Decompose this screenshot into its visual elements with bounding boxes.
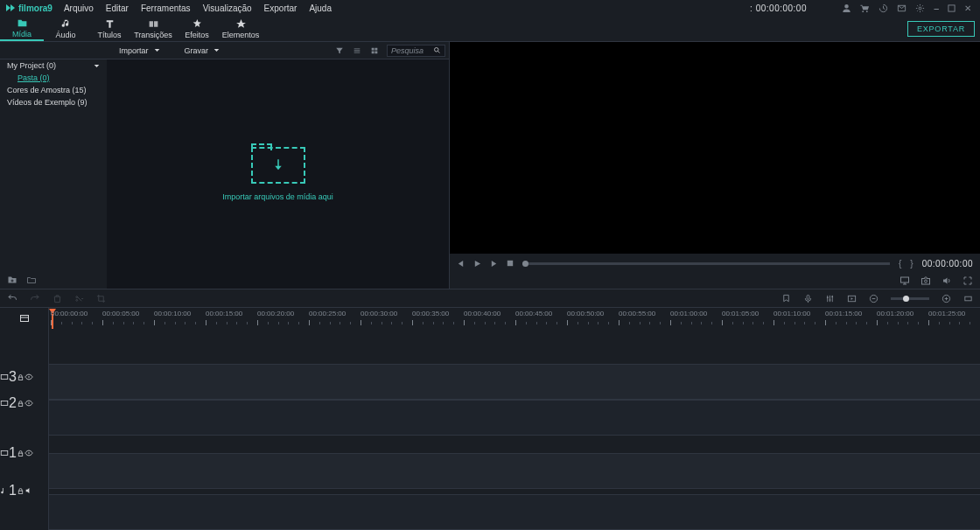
mark-out-icon[interactable]: } xyxy=(910,259,913,268)
ruler-tick: 00:00:25:00 xyxy=(309,310,346,317)
ruler-tick: 00:01:20:00 xyxy=(877,310,914,317)
prev-frame-button[interactable] xyxy=(457,260,465,268)
user-icon[interactable] xyxy=(842,3,851,13)
tree-item-pasta[interactable]: Pasta (0) xyxy=(0,72,107,84)
tree-item-cores[interactable]: Cores de Amostra (15) xyxy=(0,84,107,96)
lock-icon[interactable] xyxy=(17,487,24,495)
filter-icon[interactable] xyxy=(331,46,348,55)
maximize-button[interactable] xyxy=(948,4,956,12)
zoom-fit-button[interactable] xyxy=(963,294,973,303)
svg-point-6 xyxy=(925,280,928,282)
video-track-icon xyxy=(0,399,9,408)
tab-audio[interactable]: Áudio xyxy=(44,16,88,41)
import-dropdown[interactable]: Importar xyxy=(107,46,172,55)
menu-editar[interactable]: Editar xyxy=(100,3,135,13)
svg-point-0 xyxy=(919,7,921,10)
tab-elementos[interactable]: Elementos xyxy=(219,16,262,41)
tree-item-myproject[interactable]: My Project (0) xyxy=(0,59,107,72)
volume-icon[interactable] xyxy=(942,275,952,286)
media-drop-zone[interactable]: Importar arquivos de mídia aqui xyxy=(107,59,449,289)
ruler-tick: 00:00:10:00 xyxy=(154,310,191,317)
ruler-tick: 00:00:30:00 xyxy=(360,310,397,317)
menu-ferramentas[interactable]: Ferramentas xyxy=(135,3,197,13)
eye-icon[interactable] xyxy=(24,373,33,381)
minimize-button[interactable]: ‒ xyxy=(934,3,939,13)
undo-button[interactable] xyxy=(7,293,18,303)
next-frame-button[interactable] xyxy=(490,260,498,268)
timeline-options-icon[interactable] xyxy=(19,313,30,324)
svg-point-9 xyxy=(830,298,831,300)
ruler-tick: 00:00:55:00 xyxy=(619,310,655,317)
tab-midia[interactable]: Mídia xyxy=(0,16,44,41)
tab-transicoes[interactable]: Transições xyxy=(131,16,175,41)
grid-view-icon[interactable] xyxy=(366,46,383,55)
export-button[interactable]: EXPORTAR xyxy=(907,21,975,37)
settings-icon[interactable] xyxy=(915,3,925,13)
redo-button[interactable] xyxy=(30,293,40,303)
svg-rect-3 xyxy=(508,261,513,266)
marker-icon[interactable] xyxy=(781,294,791,303)
lock-icon[interactable] xyxy=(17,373,24,381)
tab-efeitos-label: Efeitos xyxy=(185,31,209,39)
crop-button[interactable] xyxy=(96,294,106,303)
zoom-out-button[interactable] xyxy=(869,294,878,303)
split-button[interactable] xyxy=(74,294,84,303)
svg-rect-17 xyxy=(18,377,23,380)
delete-button[interactable] xyxy=(52,294,62,303)
timeline-lanes[interactable] xyxy=(49,329,980,530)
eye-icon[interactable] xyxy=(24,449,33,457)
search-box[interactable] xyxy=(387,45,445,57)
mic-icon[interactable] xyxy=(803,294,813,303)
snapshot-icon[interactable] xyxy=(920,275,931,286)
menu-exportar[interactable]: Exportar xyxy=(258,3,304,13)
sort-list-icon[interactable] xyxy=(348,46,366,55)
timeline-ruler[interactable]: 00:00:00:0000:00:05:0000:00:10:0000:00:1… xyxy=(49,308,980,329)
ruler-tick: 00:01:10:00 xyxy=(774,310,810,317)
lock-icon[interactable] xyxy=(17,400,24,408)
track-lane-v1[interactable] xyxy=(49,453,980,489)
record-dropdown[interactable]: Gravar xyxy=(172,46,233,55)
svg-rect-23 xyxy=(18,453,23,456)
tree-item-videos[interactable]: Vídeos de Exemplo (9) xyxy=(0,96,107,108)
track-head-v2[interactable]: 2 xyxy=(0,390,48,416)
svg-rect-7 xyxy=(807,295,809,299)
lock-icon[interactable] xyxy=(17,450,24,457)
menu-visualizacao[interactable]: Visualização xyxy=(197,3,258,13)
stop-button[interactable] xyxy=(507,260,514,267)
track-head-v1[interactable]: 1 xyxy=(0,434,48,472)
menu-arquivo[interactable]: Arquivo xyxy=(58,3,100,13)
search-input[interactable] xyxy=(391,46,433,55)
preview-scrubber[interactable] xyxy=(522,262,890,265)
mute-icon[interactable] xyxy=(24,486,33,495)
render-icon[interactable] xyxy=(847,294,857,303)
track-lane-a1[interactable] xyxy=(49,494,980,530)
fullscreen-icon[interactable] xyxy=(962,275,973,286)
track-lane-v2[interactable] xyxy=(49,400,980,436)
close-button[interactable]: ✕ xyxy=(964,3,971,13)
zoom-in-button[interactable] xyxy=(942,294,951,303)
svg-point-21 xyxy=(28,402,30,404)
tab-efeitos[interactable]: Efeitos xyxy=(175,16,219,41)
tab-titulos[interactable]: Títulos xyxy=(88,16,131,41)
svg-rect-14 xyxy=(965,296,971,301)
new-folder-icon[interactable] xyxy=(7,275,18,285)
zoom-slider[interactable] xyxy=(891,297,929,300)
svg-rect-22 xyxy=(1,451,8,456)
video-track-icon xyxy=(0,449,9,457)
track-head-a1[interactable]: 1 xyxy=(0,478,48,504)
track-lane-v3[interactable] xyxy=(49,364,980,400)
mixer-icon[interactable] xyxy=(825,294,835,303)
open-folder-icon[interactable] xyxy=(26,275,37,285)
svg-point-24 xyxy=(28,452,30,454)
track-head-v3[interactable]: 3 xyxy=(0,364,48,390)
mark-in-icon[interactable]: { xyxy=(899,259,901,268)
mail-icon[interactable] xyxy=(897,3,906,13)
chevron-down-icon xyxy=(214,47,220,53)
display-icon[interactable] xyxy=(900,275,910,286)
ruler-tick: 00:01:25:00 xyxy=(928,310,965,317)
history-icon[interactable] xyxy=(878,3,888,13)
cart-icon[interactable] xyxy=(860,3,870,13)
play-button[interactable] xyxy=(473,260,481,268)
menu-ajuda[interactable]: Ajuda xyxy=(303,3,338,13)
eye-icon[interactable] xyxy=(24,399,33,408)
